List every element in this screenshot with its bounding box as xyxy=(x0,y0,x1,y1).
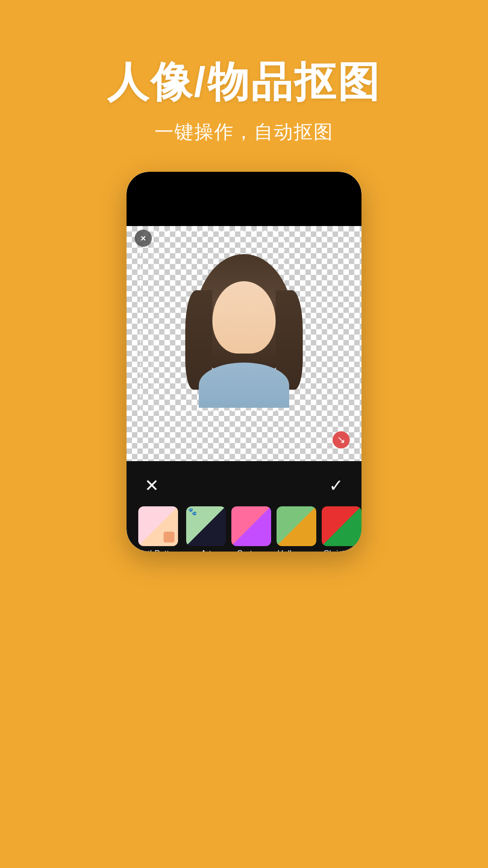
sub-title: 一键操作，自动抠图 xyxy=(155,119,333,145)
phone-mockup: × ↘ ✕ ✓ xyxy=(127,172,361,552)
bg-thumb-halloween xyxy=(277,506,316,546)
close-selection-button[interactable]: × xyxy=(135,230,152,247)
thumb-halloween-visual xyxy=(277,506,316,546)
bg-option-cloth[interactable]: ClothPattern xyxy=(136,506,181,552)
face-shape xyxy=(212,281,276,354)
cancel-button[interactable]: ✕ xyxy=(145,476,159,495)
bg-thumb-cartoon xyxy=(231,506,271,546)
thumb-art-visual xyxy=(186,506,226,546)
bg-label-cloth: ClothPattern xyxy=(136,549,181,552)
header-section: 人像/物品抠图 一键操作，自动抠图 xyxy=(0,0,488,172)
bg-option-cartoon[interactable]: Cartoon xyxy=(231,506,271,552)
main-title: 人像/物品抠图 xyxy=(107,54,381,110)
bg-thumb-christmas xyxy=(322,506,361,546)
background-options-strip: ClothPattern Art Cartoon xyxy=(127,503,361,552)
selection-vertical-line xyxy=(152,231,152,410)
body-shape xyxy=(199,363,289,408)
bg-option-art[interactable]: Art xyxy=(186,506,226,552)
bg-label-cartoon: Cartoon xyxy=(237,549,266,552)
portrait-image xyxy=(181,250,307,430)
action-row: ✕ ✓ xyxy=(127,468,361,503)
bottom-controls-bar: ✕ ✓ ClothPattern Art xyxy=(127,461,361,552)
bg-label-christmas: Christmas xyxy=(324,549,360,552)
bg-label-halloween: Halloween xyxy=(277,549,315,552)
bg-label-art: Art xyxy=(201,549,211,552)
thumb-christmas-visual xyxy=(322,506,361,546)
bg-thumb-art xyxy=(186,506,226,546)
image-area[interactable]: × ↘ xyxy=(127,226,361,461)
bg-option-christmas[interactable]: Christmas xyxy=(322,506,361,552)
phone-top-bar xyxy=(127,172,361,226)
confirm-button[interactable]: ✓ xyxy=(329,476,343,495)
resize-handle[interactable]: ↘ xyxy=(333,431,350,448)
hair-shape xyxy=(194,254,294,372)
canvas-checkerboard[interactable]: × ↘ xyxy=(127,226,361,461)
bg-option-halloween[interactable]: Halloween xyxy=(277,506,316,552)
bg-thumb-cloth xyxy=(138,506,178,546)
thumb-cloth-visual xyxy=(138,506,178,546)
thumb-cartoon-visual xyxy=(231,506,271,546)
